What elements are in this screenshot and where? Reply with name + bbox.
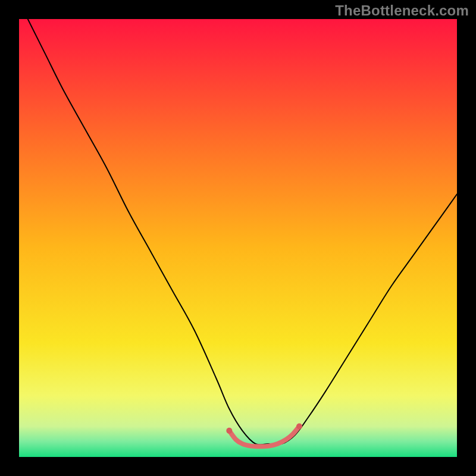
valley-dot bbox=[296, 423, 302, 429]
gradient-background bbox=[19, 19, 457, 457]
valley-dot bbox=[226, 428, 232, 434]
plot-area bbox=[19, 19, 457, 457]
chart-svg bbox=[19, 19, 457, 457]
watermark-text: TheBottleneck.com bbox=[335, 2, 469, 19]
chart-frame: TheBottleneck.com bbox=[0, 0, 476, 476]
